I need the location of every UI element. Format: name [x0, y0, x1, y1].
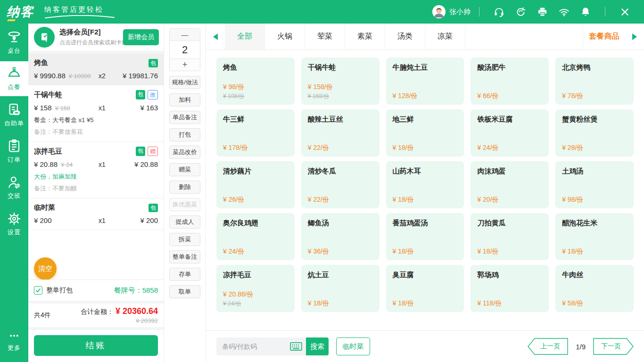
menu-item[interactable]: 臭豆腐¥ 18/份: [386, 265, 464, 312]
menu-item[interactable]: 鲫鱼汤¥ 36/份: [301, 213, 380, 260]
menu-item[interactable]: 刀拍黄瓜¥ 18/份: [471, 213, 549, 260]
menu-item[interactable]: 酸辣土豆丝¥ 22/份: [301, 109, 380, 156]
menu-item[interactable]: 奥尔良鸡翅¥ 24/份: [216, 213, 295, 260]
pack-all-checkbox[interactable]: [34, 286, 42, 295]
main-area: 全部 火锅 荤菜 素菜 汤类 凉菜 套餐商品 烤鱼¥ 98/份¥ 108/份 干…: [206, 24, 644, 362]
delete-button[interactable]: 删除: [169, 181, 200, 194]
menu-item[interactable]: 干锅牛蛙¥ 158/份¥ 168/份: [301, 58, 380, 105]
avatar[interactable]: [432, 5, 446, 18]
tab-hotpot[interactable]: 火锅: [265, 24, 305, 49]
menu-item[interactable]: 牛肉丝¥ 58/份: [555, 265, 634, 312]
menu-item[interactable]: 酸汤肥牛¥ 66/份: [471, 58, 549, 105]
tab-meat[interactable]: 荤菜: [305, 24, 345, 49]
tab-all[interactable]: 全部: [225, 24, 265, 49]
menu-item[interactable]: 醋泡花生米¥ 18/份: [555, 213, 634, 260]
menu-item[interactable]: 肉沫鸡蛋¥ 20/份: [471, 161, 549, 208]
printer-icon[interactable]: [537, 6, 548, 17]
menu-grid: 烤鱼¥ 98/份¥ 108/份 干锅牛蛙¥ 158/份¥ 168/份 牛腩炖土豆…: [206, 50, 644, 330]
dish-cloche-icon: [7, 66, 21, 81]
gear-icon: [7, 212, 21, 226]
old-total: ¥ 20392: [81, 317, 158, 324]
split-dish-button[interactable]: 拆菜: [169, 233, 200, 246]
qty-plus-button[interactable]: +: [170, 58, 200, 71]
menu-item[interactable]: 土鸡汤¥ 98/份: [555, 161, 634, 208]
member-title: 选择会员[F2]: [59, 28, 123, 37]
clear-order-button[interactable]: 清空: [34, 257, 57, 280]
qty-minus-button[interactable]: —: [170, 29, 200, 41]
member-select-bar[interactable]: 选择会员[F2] 点击进行会员搜索或刷卡操作 新增会员: [28, 24, 164, 54]
order-item-note: 备注：不要加醋: [34, 184, 158, 193]
sidebar-item-tables[interactable]: 桌台: [0, 25, 28, 60]
menu-item[interactable]: 牛三鲜¥ 178/份: [216, 109, 295, 156]
order-note-button[interactable]: 整单备注: [169, 250, 200, 263]
sidebar-item-orders[interactable]: 订单: [0, 134, 28, 169]
retrieve-order-button[interactable]: 取单: [169, 285, 200, 298]
prev-page-button[interactable]: 上一页: [528, 338, 568, 355]
tabs-scroll-right-button[interactable]: [625, 24, 644, 49]
checkout-button[interactable]: 结账: [34, 335, 158, 356]
bell-icon[interactable]: [580, 6, 591, 17]
username[interactable]: 张小帅: [449, 8, 471, 16]
menu-item[interactable]: 凉拌毛豆¥ 20.88/份¥ 24/份: [216, 265, 295, 312]
menu-item[interactable]: 清炒藕片¥ 26/份: [216, 161, 295, 208]
sidebar-item-more[interactable]: 更多: [0, 324, 28, 359]
order-list: 烤鱼 包 ¥ 9990.88 ¥ 10000 x2 ¥ 19981.76 干锅牛…: [28, 54, 164, 280]
add-ingredient-button[interactable]: 加料: [169, 93, 200, 107]
tab-cold[interactable]: 凉菜: [425, 24, 465, 49]
sync-icon[interactable]: [515, 6, 526, 17]
close-icon[interactable]: [619, 6, 630, 17]
brand-tagline: 纳客管店更轻松: [44, 5, 115, 19]
pack-badge: 包: [149, 59, 158, 67]
tab-vegetable[interactable]: 素菜: [345, 24, 385, 49]
table-icon: [7, 30, 21, 44]
quantity-stepper: — 2 +: [169, 28, 200, 71]
item-note-button[interactable]: 单品备注: [169, 111, 200, 124]
sidebar-item-settings[interactable]: 设置: [0, 206, 28, 241]
sidebar-item-order[interactable]: 点餐: [0, 61, 28, 96]
keyboard-icon[interactable]: [290, 342, 302, 351]
tab-combo-products[interactable]: 套餐商品: [583, 24, 625, 49]
temp-dish-button[interactable]: 临时菜: [336, 337, 370, 355]
menu-item[interactable]: 郭场鸡¥ 118/份: [471, 265, 549, 312]
search-button[interactable]: 搜索: [306, 337, 329, 355]
sidebar-item-shift[interactable]: 交班: [0, 170, 28, 205]
menu-item[interactable]: 炕土豆¥ 18/份: [301, 265, 380, 312]
order-item[interactable]: 干锅牛蛙 包 改 ¥ 158 ¥ 168 x1 ¥ 163 餐盒：大号餐盒 x1…: [28, 85, 164, 142]
pack-button[interactable]: 打包: [169, 128, 200, 141]
order-item-old-price: ¥ 10000: [69, 73, 91, 80]
order-item-price: ¥ 20.88: [34, 160, 58, 168]
menu-item[interactable]: 番茄鸡蛋汤¥ 18/份: [386, 213, 464, 260]
member-subtitle: 点击进行会员搜索或刷卡操作: [59, 39, 123, 47]
barcode-input[interactable]: [222, 343, 290, 350]
sidebar-item-selforder[interactable]: 自助单: [0, 98, 28, 132]
menu-item[interactable]: 山药木耳¥ 18/份: [386, 161, 464, 208]
wifi-icon[interactable]: [558, 6, 570, 17]
support-headset-icon[interactable]: [493, 6, 504, 17]
menu-item[interactable]: 铁板米豆腐¥ 24/份: [471, 109, 549, 156]
tabs-scroll-left-button[interactable]: [206, 24, 225, 49]
order-item-spec: 大份，加麻加辣: [34, 173, 158, 181]
menu-item[interactable]: 烤鱼¥ 98/份¥ 108/份: [216, 58, 295, 105]
gift-dish-button[interactable]: 赠菜: [169, 163, 200, 176]
menu-item[interactable]: 地三鲜¥ 18/份: [386, 109, 464, 156]
order-item-name: 凉拌毛豆: [34, 147, 62, 156]
pack-all-row: 整单打包 餐牌号：5858: [28, 280, 164, 301]
commission-person-button[interactable]: 提成人: [169, 215, 200, 229]
menu-item[interactable]: 北京烤鸭¥ 78/份: [555, 58, 634, 105]
order-item-qty: x2: [99, 72, 117, 80]
menu-item[interactable]: 蟹黄粉丝煲¥ 28/份: [555, 109, 634, 156]
clipboard-icon: [7, 139, 21, 153]
member-texts: 选择会员[F2] 点击进行会员搜索或刷卡操作: [59, 28, 123, 47]
menu-item[interactable]: 清炒冬瓜¥ 22/份: [301, 161, 380, 208]
menu-item[interactable]: 牛腩炖土豆¥ 128/份: [386, 58, 464, 105]
spec-method-button[interactable]: 规格/做法: [169, 76, 200, 89]
action-column: — 2 + 规格/做法 加料 单品备注 打包 菜品改价 赠菜 删除 换优惠菜 提…: [164, 24, 206, 362]
add-member-button[interactable]: 新增会员: [123, 29, 159, 45]
order-item[interactable]: 凉拌毛豆 包 赠 ¥ 20.88 ¥ 24 x1 ¥ 20.88 大份，加麻加辣…: [28, 142, 164, 198]
tab-soup[interactable]: 汤类: [385, 24, 425, 49]
save-order-button[interactable]: 存单: [169, 268, 200, 281]
next-page-button[interactable]: 下一页: [593, 338, 634, 355]
change-price-button[interactable]: 菜品改价: [169, 146, 200, 159]
order-item[interactable]: 烤鱼 包 ¥ 9990.88 ¥ 10000 x2 ¥ 19981.76: [28, 54, 164, 85]
order-item[interactable]: 临时菜 包 ¥ 200 x1 ¥ 200: [28, 198, 164, 230]
